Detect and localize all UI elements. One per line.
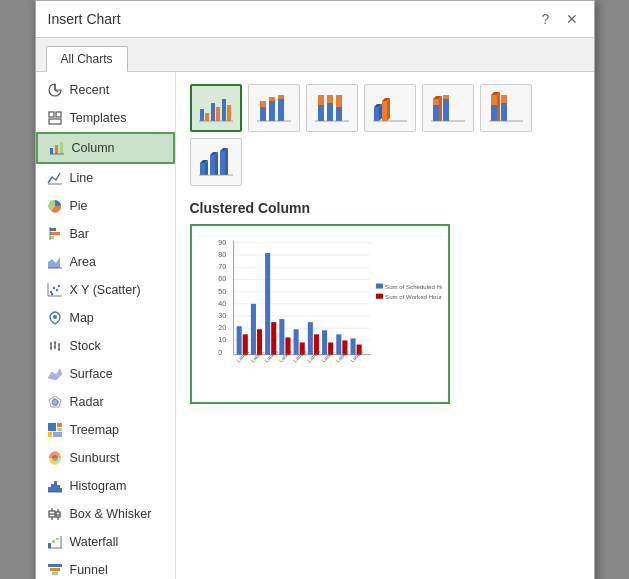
sidebar: Recent Templates Colu	[36, 72, 176, 579]
title-bar: Insert Chart ? ✕	[36, 1, 594, 38]
svg-rect-83	[327, 95, 333, 103]
subtype-3d-clustered[interactable]	[364, 84, 416, 132]
sidebar-label-templates: Templates	[70, 111, 127, 125]
svg-rect-90	[382, 101, 387, 121]
svg-rect-42	[54, 481, 57, 492]
subtype-stacked-column[interactable]	[248, 84, 300, 132]
sidebar-label-waterfall: Waterfall	[70, 535, 119, 549]
svg-marker-92	[387, 98, 390, 121]
sidebar-item-radar[interactable]: Radar	[36, 388, 175, 416]
sidebar-item-pie[interactable]: Pie	[36, 192, 175, 220]
svg-rect-56	[56, 538, 59, 540]
svg-rect-69	[216, 107, 220, 121]
svg-rect-68	[211, 103, 215, 121]
column-icon	[48, 139, 66, 157]
subtype-3d-stacked[interactable]	[422, 84, 474, 132]
subtype-3d-column[interactable]	[190, 138, 242, 186]
svg-rect-55	[52, 540, 55, 543]
sidebar-item-box-whisker[interactable]: Box & Whisker	[36, 500, 175, 528]
svg-marker-12	[48, 257, 60, 268]
svg-rect-0	[49, 112, 54, 117]
svg-rect-67	[205, 113, 209, 121]
svg-text:Sum of Worked Hours: Sum of Worked Hours	[385, 293, 442, 300]
tab-all-charts[interactable]: All Charts	[46, 46, 128, 72]
sidebar-item-waterfall[interactable]: Waterfall	[36, 528, 175, 556]
box-icon	[46, 505, 64, 523]
sidebar-label-recent: Recent	[70, 83, 110, 97]
sidebar-item-surface[interactable]: Surface	[36, 360, 175, 388]
main-panel: Clustered Column 90 80 70 60 50 40 30 20…	[176, 72, 594, 579]
sidebar-label-pie: Pie	[70, 199, 88, 213]
sidebar-item-area[interactable]: Area	[36, 248, 175, 276]
svg-rect-61	[52, 572, 58, 575]
sidebar-item-column[interactable]: Column	[36, 132, 175, 164]
svg-marker-97	[439, 96, 442, 121]
sidebar-label-stock: Stock	[70, 339, 101, 353]
svg-rect-154	[336, 334, 341, 354]
sidebar-item-line[interactable]: Line	[36, 164, 175, 192]
svg-point-21	[53, 315, 57, 319]
sidebar-item-sunburst[interactable]: Sunburst	[36, 444, 175, 472]
selected-chart-label: Clustered Column	[190, 200, 580, 216]
subtype-clustered-column[interactable]	[190, 84, 242, 132]
dialog-title: Insert Chart	[48, 11, 121, 27]
subtype-100-stacked-column[interactable]	[306, 84, 358, 132]
subtype-3d-100-stacked[interactable]	[480, 84, 532, 132]
map-icon	[46, 309, 64, 327]
svg-rect-70	[222, 99, 226, 121]
svg-point-16	[55, 289, 57, 291]
sidebar-item-scatter[interactable]: X Y (Scatter)	[36, 276, 175, 304]
sidebar-label-funnel: Funnel	[70, 563, 108, 577]
svg-rect-76	[269, 97, 275, 101]
chart-preview-box: 90 80 70 60 50 40 30 20 10 0	[190, 224, 450, 404]
close-button[interactable]: ✕	[562, 9, 582, 29]
sidebar-item-templates[interactable]: Templates	[36, 104, 175, 132]
sidebar-label-box-whisker: Box & Whisker	[70, 507, 152, 521]
surface-icon	[46, 365, 64, 383]
histogram-icon	[46, 477, 64, 495]
svg-marker-113	[215, 152, 218, 175]
insert-chart-dialog: Insert Chart ? ✕ All Charts Recent	[35, 0, 595, 579]
templates-icon	[46, 109, 64, 127]
svg-rect-40	[48, 487, 51, 492]
sidebar-label-radar: Radar	[70, 395, 104, 409]
svg-rect-99	[443, 95, 449, 99]
sidebar-label-column: Column	[72, 141, 115, 155]
sidebar-item-histogram[interactable]: Histogram	[36, 472, 175, 500]
svg-point-17	[57, 285, 59, 287]
sidebar-item-recent[interactable]: Recent	[36, 76, 175, 104]
svg-rect-148	[293, 329, 298, 354]
bar-icon	[46, 225, 64, 243]
sidebar-item-stock[interactable]: Stock	[36, 332, 175, 360]
svg-text:90: 90	[218, 239, 226, 247]
svg-rect-54	[48, 543, 51, 548]
sidebar-item-funnel[interactable]: Funnel	[36, 556, 175, 579]
svg-rect-57	[60, 536, 62, 548]
sidebar-label-scatter: X Y (Scatter)	[70, 283, 141, 297]
svg-rect-60	[50, 568, 60, 571]
svg-rect-9	[50, 232, 60, 235]
sidebar-item-treemap[interactable]: Treemap	[36, 416, 175, 444]
sidebar-label-line: Line	[70, 171, 94, 185]
svg-rect-35	[57, 423, 62, 427]
sidebar-item-map[interactable]: Map	[36, 304, 175, 332]
svg-rect-4	[55, 145, 58, 154]
chart-subtype-row	[190, 84, 580, 186]
svg-rect-37	[48, 432, 52, 437]
area-icon	[46, 253, 64, 271]
svg-rect-146	[279, 319, 284, 355]
svg-text:70: 70	[218, 263, 226, 271]
sidebar-item-bar[interactable]: Bar	[36, 220, 175, 248]
svg-rect-3	[50, 148, 53, 154]
help-button[interactable]: ?	[536, 9, 556, 29]
svg-rect-106	[501, 95, 507, 103]
svg-text:Sum of Scheduled Hours: Sum of Scheduled Hours	[385, 283, 442, 290]
svg-rect-169	[375, 294, 382, 299]
svg-rect-108	[200, 163, 205, 175]
svg-rect-59	[48, 564, 62, 567]
sunburst-icon	[46, 449, 64, 467]
svg-rect-8	[50, 228, 56, 231]
radar-icon	[46, 393, 64, 411]
svg-rect-98	[443, 99, 449, 121]
svg-rect-152	[322, 330, 327, 354]
